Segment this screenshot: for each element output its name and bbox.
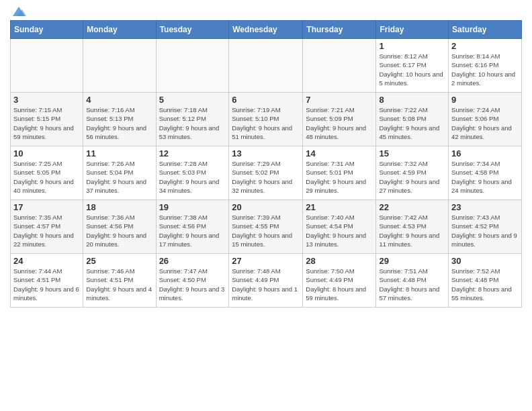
calendar-cell: 18Sunrise: 7:36 AM Sunset: 4:56 PM Dayli… <box>83 200 156 254</box>
calendar-cell: 4Sunrise: 7:16 AM Sunset: 5:13 PM Daylig… <box>83 93 156 146</box>
calendar-cell: 20Sunrise: 7:39 AM Sunset: 4:55 PM Dayli… <box>229 200 303 254</box>
day-info: Sunrise: 8:12 AM Sunset: 6:17 PM Dayligh… <box>379 52 445 87</box>
page: SundayMondayTuesdayWednesdayThursdayFrid… <box>0 0 532 411</box>
day-info: Sunrise: 7:29 AM Sunset: 5:02 PM Dayligh… <box>232 159 300 195</box>
day-info: Sunrise: 7:35 AM Sunset: 4:57 PM Dayligh… <box>13 213 80 248</box>
day-number: 5 <box>159 95 226 105</box>
weekday-header-cell: Thursday <box>303 21 376 39</box>
calendar-cell: 19Sunrise: 7:38 AM Sunset: 4:56 PM Dayli… <box>156 200 229 254</box>
calendar-cell: 10Sunrise: 7:25 AM Sunset: 5:05 PM Dayli… <box>11 146 83 200</box>
day-number: 26 <box>159 256 226 266</box>
calendar-row: 17Sunrise: 7:35 AM Sunset: 4:57 PM Dayli… <box>11 200 522 254</box>
day-info: Sunrise: 7:52 AM Sunset: 4:48 PM Dayligh… <box>451 267 519 302</box>
calendar-cell: 6Sunrise: 7:19 AM Sunset: 5:10 PM Daylig… <box>229 93 303 146</box>
calendar-row: 24Sunrise: 7:44 AM Sunset: 4:51 PM Dayli… <box>11 254 522 308</box>
day-number: 14 <box>306 148 373 158</box>
day-info: Sunrise: 7:21 AM Sunset: 5:09 PM Dayligh… <box>306 105 373 141</box>
calendar-cell: 14Sunrise: 7:31 AM Sunset: 5:01 PM Dayli… <box>303 146 376 200</box>
day-number: 25 <box>86 256 152 266</box>
calendar-cell <box>156 39 229 93</box>
day-info: Sunrise: 7:48 AM Sunset: 4:49 PM Dayligh… <box>232 267 300 302</box>
day-info: Sunrise: 7:50 AM Sunset: 4:49 PM Dayligh… <box>306 267 373 302</box>
day-info: Sunrise: 7:44 AM Sunset: 4:51 PM Dayligh… <box>13 267 80 302</box>
day-info: Sunrise: 7:36 AM Sunset: 4:56 PM Dayligh… <box>86 213 152 248</box>
day-number: 15 <box>379 148 445 158</box>
day-number: 28 <box>306 256 373 266</box>
logo-icon <box>11 5 26 17</box>
day-number: 29 <box>379 256 445 266</box>
day-number: 13 <box>232 148 300 158</box>
calendar-cell: 11Sunrise: 7:26 AM Sunset: 5:04 PM Dayli… <box>83 146 156 200</box>
day-number: 9 <box>451 95 519 105</box>
calendar-cell: 28Sunrise: 7:50 AM Sunset: 4:49 PM Dayli… <box>303 254 376 308</box>
calendar-cell: 17Sunrise: 7:35 AM Sunset: 4:57 PM Dayli… <box>11 200 83 254</box>
day-number: 19 <box>159 202 226 212</box>
day-number: 21 <box>306 202 373 212</box>
calendar-cell: 2Sunrise: 8:14 AM Sunset: 6:16 PM Daylig… <box>449 39 522 93</box>
day-info: Sunrise: 7:39 AM Sunset: 4:55 PM Dayligh… <box>232 213 300 248</box>
day-number: 1 <box>379 41 445 51</box>
logo <box>10 7 26 15</box>
day-info: Sunrise: 7:32 AM Sunset: 4:59 PM Dayligh… <box>379 159 445 195</box>
day-number: 2 <box>451 41 519 51</box>
day-number: 11 <box>86 148 152 158</box>
calendar-cell: 1Sunrise: 8:12 AM Sunset: 6:17 PM Daylig… <box>376 39 449 93</box>
header <box>10 7 522 15</box>
calendar-cell: 27Sunrise: 7:48 AM Sunset: 4:49 PM Dayli… <box>229 254 303 308</box>
day-number: 6 <box>232 95 300 105</box>
calendar-cell: 13Sunrise: 7:29 AM Sunset: 5:02 PM Dayli… <box>229 146 303 200</box>
calendar-cell: 24Sunrise: 7:44 AM Sunset: 4:51 PM Dayli… <box>11 254 83 308</box>
day-info: Sunrise: 7:31 AM Sunset: 5:01 PM Dayligh… <box>306 159 373 195</box>
calendar-cell: 15Sunrise: 7:32 AM Sunset: 4:59 PM Dayli… <box>376 146 449 200</box>
day-number: 22 <box>379 202 445 212</box>
calendar-cell <box>229 39 303 93</box>
day-info: Sunrise: 7:38 AM Sunset: 4:56 PM Dayligh… <box>159 213 226 248</box>
day-info: Sunrise: 7:46 AM Sunset: 4:51 PM Dayligh… <box>86 267 152 302</box>
calendar-cell: 22Sunrise: 7:42 AM Sunset: 4:53 PM Dayli… <box>376 200 449 254</box>
weekday-header-cell: Friday <box>376 21 449 39</box>
day-number: 23 <box>451 202 519 212</box>
day-number: 16 <box>451 148 519 158</box>
day-number: 24 <box>13 256 80 266</box>
day-number: 12 <box>159 148 226 158</box>
day-info: Sunrise: 7:25 AM Sunset: 5:05 PM Dayligh… <box>13 159 80 195</box>
calendar-cell: 9Sunrise: 7:24 AM Sunset: 5:06 PM Daylig… <box>449 93 522 146</box>
weekday-header-cell: Wednesday <box>229 21 303 39</box>
day-number: 20 <box>232 202 300 212</box>
calendar-body: 1Sunrise: 8:12 AM Sunset: 6:17 PM Daylig… <box>11 39 522 308</box>
day-number: 7 <box>306 95 373 105</box>
calendar-row: 10Sunrise: 7:25 AM Sunset: 5:05 PM Dayli… <box>11 146 522 200</box>
calendar-row: 1Sunrise: 8:12 AM Sunset: 6:17 PM Daylig… <box>11 39 522 93</box>
calendar-cell: 26Sunrise: 7:47 AM Sunset: 4:50 PM Dayli… <box>156 254 229 308</box>
calendar-cell <box>83 39 156 93</box>
calendar-cell: 16Sunrise: 7:34 AM Sunset: 4:58 PM Dayli… <box>449 146 522 200</box>
weekday-header-cell: Tuesday <box>156 21 229 39</box>
day-number: 10 <box>13 148 80 158</box>
weekday-header-cell: Sunday <box>11 21 83 39</box>
day-number: 8 <box>379 95 445 105</box>
day-number: 3 <box>13 95 80 105</box>
calendar-cell: 12Sunrise: 7:28 AM Sunset: 5:03 PM Dayli… <box>156 146 229 200</box>
day-info: Sunrise: 7:47 AM Sunset: 4:50 PM Dayligh… <box>159 267 226 302</box>
day-info: Sunrise: 7:28 AM Sunset: 5:03 PM Dayligh… <box>159 159 226 195</box>
calendar-row: 3Sunrise: 7:15 AM Sunset: 5:15 PM Daylig… <box>11 93 522 146</box>
calendar-cell: 23Sunrise: 7:43 AM Sunset: 4:52 PM Dayli… <box>449 200 522 254</box>
day-number: 27 <box>232 256 300 266</box>
calendar-cell <box>11 39 83 93</box>
calendar-cell: 21Sunrise: 7:40 AM Sunset: 4:54 PM Dayli… <box>303 200 376 254</box>
day-number: 30 <box>451 256 519 266</box>
day-info: Sunrise: 7:43 AM Sunset: 4:52 PM Dayligh… <box>451 213 519 248</box>
day-info: Sunrise: 7:22 AM Sunset: 5:08 PM Dayligh… <box>379 105 445 141</box>
day-number: 4 <box>86 95 152 105</box>
weekday-header-cell: Saturday <box>449 21 522 39</box>
day-info: Sunrise: 7:18 AM Sunset: 5:12 PM Dayligh… <box>159 105 226 141</box>
calendar-cell <box>303 39 376 93</box>
calendar-cell: 3Sunrise: 7:15 AM Sunset: 5:15 PM Daylig… <box>11 93 83 146</box>
weekday-header-cell: Monday <box>83 21 156 39</box>
day-info: Sunrise: 7:15 AM Sunset: 5:15 PM Dayligh… <box>13 105 80 141</box>
calendar-cell: 25Sunrise: 7:46 AM Sunset: 4:51 PM Dayli… <box>83 254 156 308</box>
calendar-cell: 8Sunrise: 7:22 AM Sunset: 5:08 PM Daylig… <box>376 93 449 146</box>
calendar-cell: 29Sunrise: 7:51 AM Sunset: 4:48 PM Dayli… <box>376 254 449 308</box>
calendar-cell: 5Sunrise: 7:18 AM Sunset: 5:12 PM Daylig… <box>156 93 229 146</box>
weekday-header-row: SundayMondayTuesdayWednesdayThursdayFrid… <box>11 21 522 39</box>
